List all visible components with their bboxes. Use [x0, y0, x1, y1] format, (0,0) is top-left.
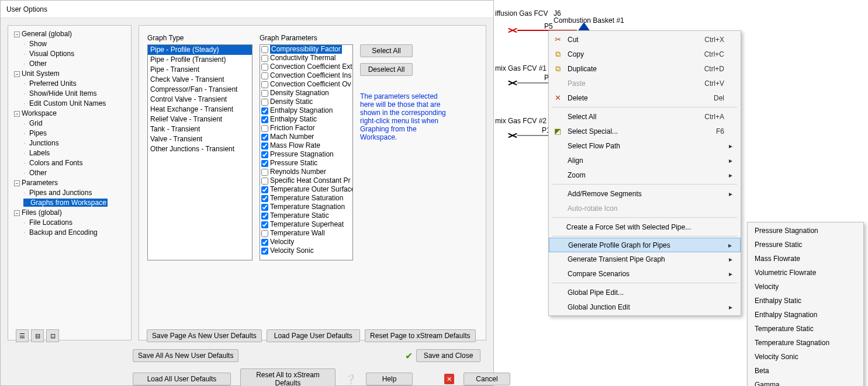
menu-item[interactable]: ⧉CopyCtrl+C — [549, 47, 741, 61]
graph-parameters-list[interactable]: Compressibility FactorConductivity Therm… — [260, 44, 353, 260]
menu-item[interactable]: Global Pipe Edit... — [549, 285, 741, 300]
tree-group[interactable]: −Parameters — [14, 179, 58, 187]
menu-item[interactable]: Align▸ — [549, 153, 741, 168]
graph-type-item[interactable]: Other Junctions - Transient — [148, 144, 252, 154]
graph-param-item[interactable]: Friction Factor — [260, 124, 352, 133]
menu-item[interactable]: Global Junction Edit▸ — [549, 300, 741, 314]
graph-param-checkbox[interactable] — [261, 46, 268, 53]
graph-param-item[interactable]: Reynolds Number — [260, 168, 352, 176]
load-page-defaults-button[interactable]: Load Page User Defaults — [267, 329, 360, 342]
graph-param-item[interactable]: Temperature Stagnation — [260, 203, 352, 211]
graph-param-checkbox[interactable] — [261, 125, 268, 132]
save-page-defaults-button[interactable]: Save Page As New User Defaults — [147, 329, 262, 342]
tree-item[interactable]: ·Backup and Encoding — [23, 228, 98, 237]
graph-param-checkbox[interactable] — [261, 142, 268, 149]
help-button[interactable]: Help — [366, 373, 413, 385]
graph-param-item[interactable]: Convection Coefficient Ins — [260, 71, 352, 80]
graph-type-item[interactable]: Pipe - Profile (Steady) — [148, 45, 252, 55]
deselect-all-button[interactable]: Deselect All — [360, 63, 413, 76]
menu-item[interactable]: ⧉DuplicateCtrl+D — [549, 61, 741, 76]
tree-toggle-icon[interactable]: − — [14, 32, 20, 37]
valve-icon-2[interactable] — [508, 79, 517, 86]
graph-param-item[interactable]: Mach Number — [260, 133, 352, 141]
graph-param-checkbox[interactable] — [261, 116, 268, 123]
save-close-button[interactable]: Save and Close — [416, 349, 480, 362]
tree-item[interactable]: ·Show — [23, 40, 47, 48]
reset-all-defaults-button[interactable]: Reset All to xStream Defaults — [240, 368, 336, 386]
select-all-button[interactable]: Select All — [360, 44, 413, 57]
graph-param-item[interactable]: Enthalpy Stagnation — [260, 106, 352, 115]
graph-param-item[interactable]: Specific Heat Constant Pr — [260, 176, 352, 185]
tree-group[interactable]: −Unit System — [14, 69, 60, 78]
graph-type-item[interactable]: Valve - Transient — [148, 134, 252, 144]
graph-param-checkbox[interactable] — [261, 221, 268, 228]
graph-param-item[interactable]: Enthalpy Static — [260, 115, 352, 124]
tree-group[interactable]: −General (global) — [14, 30, 72, 38]
graph-param-checkbox[interactable] — [261, 204, 268, 211]
graph-type-item[interactable]: Heat Exchange - Transient — [148, 105, 252, 114]
menu-item[interactable]: Create a Force Set with Selected Pipe... — [549, 220, 741, 234]
menu-item[interactable]: ◩Select Special...F6 — [549, 124, 741, 138]
tree-item[interactable]: ·File Locations — [23, 218, 72, 227]
tree-item[interactable]: ·Edit Custom Unit Names — [23, 99, 106, 107]
graph-param-checkbox[interactable] — [261, 72, 268, 79]
save-all-defaults-button[interactable]: Save All As New User Defaults — [133, 349, 238, 362]
submenu-item[interactable]: Gamma — [748, 378, 863, 386]
tree-item[interactable]: ·Preferred Units — [23, 79, 77, 88]
expand-all-icon[interactable]: ☰ — [16, 329, 29, 340]
menu-item[interactable]: Generate Profile Graph for Pipes▸ — [549, 238, 741, 252]
submenu-item[interactable]: Beta — [748, 364, 863, 378]
graph-param-item[interactable]: Temperature Wall — [260, 229, 352, 238]
submenu-item[interactable]: Velocity — [748, 280, 863, 294]
graph-param-checkbox[interactable] — [261, 169, 268, 176]
graph-type-item[interactable]: Compressor/Fan - Transient — [148, 85, 252, 95]
graph-param-checkbox[interactable] — [261, 64, 268, 71]
collapse-to-top-icon[interactable]: ⊟ — [31, 329, 44, 340]
graph-param-checkbox[interactable] — [261, 178, 268, 185]
graph-type-item[interactable]: Pipe - Transient — [148, 65, 252, 75]
menu-item[interactable]: Add/Remove Segments▸ — [549, 186, 741, 201]
graph-param-checkbox[interactable] — [261, 99, 268, 106]
graph-param-item[interactable]: Convection Coefficient Ext — [260, 62, 352, 71]
graph-param-checkbox[interactable] — [261, 55, 268, 62]
tree-item[interactable]: ·Pipes — [23, 129, 47, 137]
tree-group[interactable]: −Workspace — [14, 109, 57, 117]
graph-param-item[interactable]: Temperature Superheat — [260, 220, 352, 229]
graph-param-item[interactable]: Convection Coefficient Ov — [260, 80, 352, 89]
cancel-button[interactable]: Cancel — [464, 373, 510, 385]
submenu-item[interactable]: Pressure Static — [748, 238, 863, 252]
submenu-item[interactable]: Mass Flowrate — [748, 252, 863, 266]
graph-param-checkbox[interactable] — [261, 90, 268, 97]
graph-param-item[interactable]: Density Stagnation — [260, 89, 352, 98]
tree-item[interactable]: ·Show/Hide Unit Items — [23, 89, 96, 98]
tree-item[interactable]: ·Graphs from Workspace — [23, 199, 108, 207]
submenu-item[interactable]: Temperature Static — [748, 322, 863, 336]
tree-item[interactable]: ·Junctions — [23, 139, 59, 147]
tree-item[interactable]: ·Other — [23, 60, 47, 68]
menu-item[interactable]: Select AllCtrl+A — [549, 109, 741, 124]
collapse-all-icon[interactable]: ⊡ — [46, 329, 59, 340]
submenu-item[interactable]: Volumetric Flowrate — [748, 266, 863, 280]
tree-item[interactable]: ·Colors and Fonts — [23, 159, 82, 167]
graph-param-item[interactable]: Compressibility Factor — [260, 45, 352, 54]
graph-param-item[interactable]: Pressure Stagnation — [260, 150, 352, 159]
graph-type-item[interactable]: Tank - Transient — [148, 124, 252, 134]
menu-item[interactable]: ✂CutCtrl+X — [549, 32, 741, 47]
graph-param-item[interactable]: Pressure Static — [260, 159, 352, 168]
tree-item[interactable]: ·Visual Options — [23, 50, 74, 58]
tree-group[interactable]: −Files (global) — [14, 208, 62, 217]
graph-param-checkbox[interactable] — [261, 81, 268, 88]
graph-param-checkbox[interactable] — [261, 160, 268, 167]
graph-param-checkbox[interactable] — [261, 239, 268, 246]
menu-item[interactable]: Generate Transient Pipe Graph▸ — [549, 252, 741, 266]
menu-item[interactable]: ✕DeleteDel — [549, 91, 741, 105]
graph-param-item[interactable]: Mass Flow Rate — [260, 141, 352, 150]
tree-item[interactable]: ·Grid — [23, 119, 43, 127]
graph-param-item[interactable]: Velocity Sonic — [260, 246, 352, 255]
tree-toggle-icon[interactable]: − — [14, 210, 20, 216]
tree-item[interactable]: ·Pipes and Junctions — [23, 189, 92, 197]
graph-param-checkbox[interactable] — [261, 186, 268, 193]
graph-param-item[interactable]: Temperature Outer Surface — [260, 185, 352, 194]
submenu-item[interactable]: Velocity Sonic — [748, 350, 863, 364]
graph-type-item[interactable]: Check Valve - Transient — [148, 75, 252, 85]
